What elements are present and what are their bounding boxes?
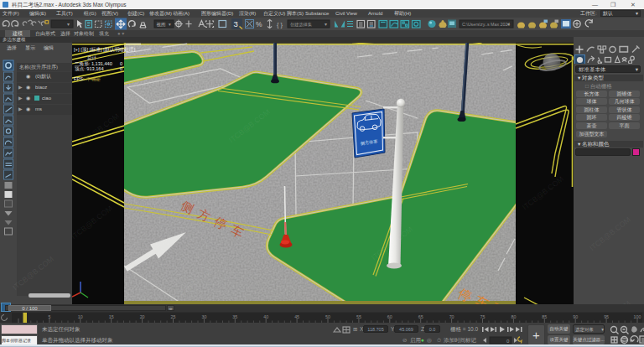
svg-text:%: %: [256, 20, 262, 28]
svg-text:10: 10: [78, 314, 83, 319]
svg-text:C:\Users\zy..s Max 2024: C:\Users\zy..s Max 2024: [462, 22, 510, 27]
svg-text:35: 35: [232, 314, 237, 319]
svg-text:[+] [顶] [标准] [默认明暗处理]: [+] [顶] [标准] [默认明暗处理]: [74, 46, 136, 53]
svg-text:100: 100: [634, 314, 641, 319]
svg-text:45: 45: [294, 314, 299, 319]
svg-text:5: 5: [48, 314, 50, 319]
svg-text:25: 25: [171, 314, 176, 319]
svg-text:{ }: { }: [277, 21, 283, 28]
svg-text:视图: 视图: [157, 22, 166, 28]
svg-text:▾: ▾: [507, 22, 510, 27]
svg-text:95: 95: [604, 314, 609, 319]
svg-text:40: 40: [263, 314, 268, 319]
svg-text:3: 3: [234, 19, 238, 28]
svg-text:65: 65: [418, 314, 423, 319]
svg-text:总计: 总计: [86, 55, 97, 60]
svg-text:85: 85: [542, 314, 547, 319]
svg-text:FPS:: FPS:: [74, 76, 85, 81]
svg-text:50: 50: [325, 314, 330, 319]
svg-text:30: 30: [201, 314, 206, 319]
svg-text:60: 60: [387, 314, 392, 319]
svg-text:创建选择集: 创建选择集: [290, 22, 313, 28]
svg-text:0: 0: [120, 66, 122, 71]
svg-text:55: 55: [356, 314, 361, 319]
svg-text:75: 75: [480, 314, 486, 319]
svg-text:20: 20: [140, 314, 145, 319]
svg-text:▾: ▾: [67, 22, 70, 27]
svg-text:▾: ▾: [169, 22, 171, 27]
svg-text:▾: ▾: [325, 22, 327, 27]
svg-text:90: 90: [573, 314, 578, 319]
svg-text:70: 70: [449, 314, 454, 319]
svg-text:不确定: 不确定: [86, 76, 101, 82]
svg-text:15: 15: [109, 314, 114, 319]
svg-text:顶点: 913,164: 顶点: 913,164: [75, 66, 104, 71]
svg-text:80: 80: [511, 314, 516, 319]
